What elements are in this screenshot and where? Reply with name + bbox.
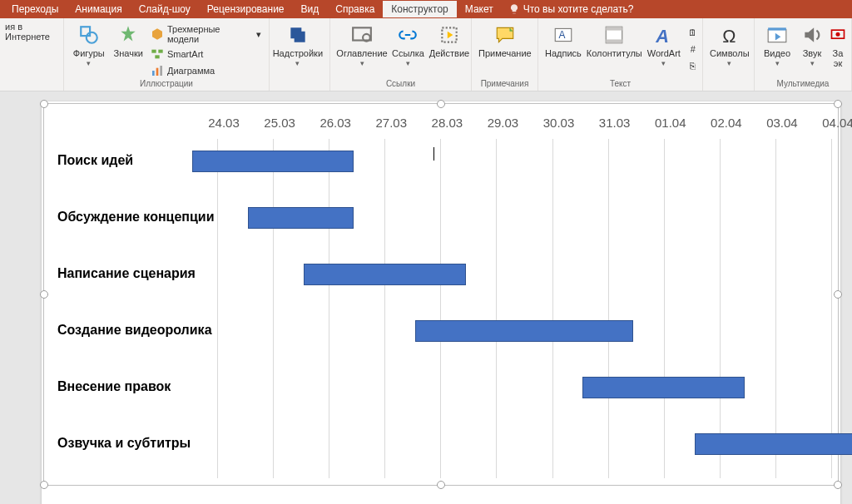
date-label: 03.04	[766, 116, 798, 130]
resize-handle-bl[interactable]	[40, 481, 48, 489]
icons-icon	[116, 23, 140, 47]
comment-button[interactable]: Примечание	[477, 22, 533, 60]
lightbulb-icon	[508, 3, 520, 15]
date-label: 01.04	[655, 116, 686, 130]
video-button[interactable]: Видео▾	[760, 22, 795, 68]
shapes-button[interactable]: Фигуры▾	[69, 22, 108, 68]
group-label-media: Мультимедиа	[760, 79, 846, 89]
tab-7[interactable]: Макет	[457, 1, 502, 17]
task-label: Создание видеоролика	[57, 322, 215, 338]
chevron-down-icon: ▾	[727, 60, 731, 67]
link-button[interactable]: Ссылка▾	[390, 22, 426, 68]
svg-point-21	[836, 32, 840, 37]
chevron-down-icon: ▾	[360, 60, 364, 67]
text-cursor	[433, 147, 434, 161]
slide-workspace: 24.0325.0326.0327.0328.0329.0330.0331.03…	[0, 91, 852, 504]
svg-point-1	[87, 32, 97, 43]
date-label: 31.03	[599, 116, 631, 130]
chevron-down-icon: ▾	[810, 60, 815, 67]
audio-icon	[800, 23, 824, 47]
tab-1[interactable]: Анимация	[67, 1, 130, 17]
action-button[interactable]: Действие	[428, 22, 471, 60]
resize-handle-tr[interactable]	[834, 100, 842, 108]
tab-2[interactable]: Слайд-шоу	[131, 1, 199, 17]
omega-icon: Ω	[718, 23, 741, 47]
wordart-icon: A	[652, 23, 676, 47]
tell-me[interactable]: Что вы хотите сделать?	[502, 3, 641, 15]
chart-object[interactable]: 24.0325.0326.0327.0328.0329.0330.0331.03…	[43, 103, 839, 486]
toc-button[interactable]: Оглавление▾	[335, 22, 389, 68]
3d-models-button[interactable]: Трехмерные модели ▾	[148, 23, 264, 45]
group-media: Видео▾ Звук▾ За эк Мультимедиа	[755, 18, 852, 91]
gridline	[831, 139, 832, 478]
ribbon-tabs: ПереходыАнимацияСлайд-шоуРецензированиеВ…	[0, 0, 852, 18]
text-extra-3[interactable]: ⎘	[684, 58, 702, 73]
record-icon	[826, 23, 850, 47]
audio-button[interactable]: Звук▾	[796, 22, 828, 68]
task-label: Озвучка и субтитры	[57, 435, 215, 452]
tab-5[interactable]: Справка	[327, 1, 383, 17]
cube-icon	[151, 27, 164, 41]
resize-handle-ml[interactable]	[40, 290, 48, 299]
tab-3[interactable]: Рецензирование	[199, 1, 293, 17]
chevron-down-icon: ▾	[406, 60, 410, 67]
resize-handle-tc[interactable]	[437, 100, 445, 108]
tab-6[interactable]: Конструктор	[383, 1, 456, 17]
svg-rect-6	[156, 68, 159, 76]
date-label: 29.03	[488, 116, 519, 130]
svg-rect-15	[607, 39, 623, 42]
group-label-comments: Примечания	[477, 79, 532, 89]
group-label-text: Текст	[543, 79, 697, 89]
addins-icon	[286, 23, 310, 47]
date-label: 02.04	[711, 116, 742, 130]
textbox-button[interactable]: AНадпись	[543, 22, 583, 60]
task-label: Поиск идей	[57, 152, 215, 169]
svg-rect-3	[158, 50, 162, 53]
date-label: 04.04	[822, 116, 852, 130]
svg-rect-19	[768, 27, 786, 30]
tell-me-label: Что вы хотите сделать?	[523, 3, 634, 15]
symbols-button[interactable]: ΩСимволы▾	[708, 22, 751, 68]
group-symbols: ΩСимволы▾	[703, 18, 755, 91]
svg-rect-14	[607, 27, 623, 30]
screenrec-button[interactable]: За эк	[830, 22, 846, 70]
link-icon	[396, 23, 419, 47]
chevron-down-icon: ▾	[295, 60, 300, 67]
svg-text:A: A	[655, 26, 669, 46]
resize-handle-tl[interactable]	[40, 100, 48, 108]
chart-button[interactable]: Диаграмма	[148, 63, 264, 78]
chevron-down-icon: ▾	[87, 60, 91, 67]
wordart-button[interactable]: AWordArt▾	[646, 22, 682, 68]
date-label: 30.03	[543, 116, 575, 130]
group-addins: Надстройки▾	[270, 18, 330, 91]
svg-rect-4	[155, 55, 159, 58]
tab-4[interactable]: Вид	[293, 1, 328, 17]
icons-button[interactable]: Значки	[111, 22, 146, 60]
svg-text:Ω: Ω	[722, 26, 736, 46]
svg-rect-2	[151, 50, 156, 53]
smartart-button[interactable]: SmartArt	[148, 47, 264, 62]
tab-0[interactable]: Переходы	[3, 1, 67, 17]
text-extra-2[interactable]: #	[684, 42, 702, 57]
textbox-icon: A	[552, 23, 575, 47]
headerfooter-button[interactable]: Колонтитулы	[585, 22, 644, 60]
addins-button[interactable]: Надстройки▾	[275, 22, 321, 68]
group-text: AНадпись Колонтитулы AWordArt▾ 🗓 # ⎘ Тек…	[538, 18, 703, 91]
svg-rect-0	[81, 27, 90, 36]
chevron-down-icon: ▾	[775, 60, 780, 67]
date-label: 25.03	[264, 116, 295, 130]
chart-icon	[151, 64, 164, 77]
task-row: Обсуждение концепции	[57, 200, 830, 257]
ribbon: ия в Интернете Фигуры▾ Значки Трехмерные…	[0, 18, 852, 91]
task-row: Написание сценария	[57, 257, 830, 314]
task-row: Озвучка и субтитры	[57, 427, 830, 483]
shapes-icon	[77, 23, 101, 47]
date-label: 27.03	[375, 116, 407, 130]
group-links: Оглавление▾ Ссылка▾ Действие Ссылки	[330, 18, 472, 91]
date-axis: 24.0325.0326.0327.0328.0329.0330.0331.03…	[51, 109, 838, 139]
action-icon	[438, 23, 461, 47]
date-label: 28.03	[432, 116, 463, 130]
slide[interactable]: 24.0325.0326.0327.0328.0329.0330.0331.03…	[42, 101, 840, 504]
text-extra-1[interactable]: 🗓	[684, 25, 702, 40]
date-label: 26.03	[320, 116, 351, 130]
